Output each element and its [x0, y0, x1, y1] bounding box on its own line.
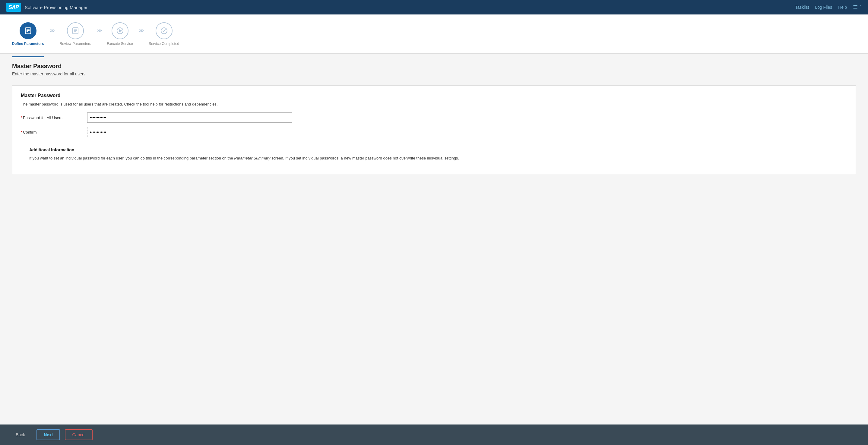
svg-marker-9 — [119, 29, 122, 32]
section-desc: The master password is used for all user… — [21, 102, 847, 106]
step-review-parameters[interactable]: Review Parameters — [59, 22, 91, 46]
back-button[interactable]: Back — [9, 429, 32, 440]
password-input[interactable] — [87, 113, 292, 123]
app-header: SAP Software Provisioning Manager Taskli… — [0, 0, 868, 14]
header-left: SAP Software Provisioning Manager — [6, 3, 88, 12]
additional-text-part2: screen. If you set individual passwords,… — [270, 156, 459, 160]
wizard-bar: Define Parameters »» Review Parameters »… — [0, 14, 868, 54]
confirm-label: *Confirm — [21, 130, 87, 134]
arrow-2: »» — [91, 27, 107, 33]
app-title: Software Provisioning Manager — [25, 5, 88, 10]
confirm-input[interactable] — [87, 127, 292, 137]
header-right: Tasklist Log Files Help ☰ ˅ — [795, 4, 862, 10]
step-label-execute: Execute Service — [107, 42, 133, 46]
page-title: Master Password — [12, 63, 856, 70]
additional-text-part1: If you want to set an individual passwor… — [29, 156, 234, 160]
wizard-steps: Define Parameters »» Review Parameters »… — [12, 22, 179, 46]
menu-icon[interactable]: ☰ ˅ — [853, 4, 862, 10]
arrow-3: »» — [133, 27, 149, 33]
next-button[interactable]: Next — [36, 429, 60, 440]
additional-info-title: Additional Information — [29, 148, 839, 152]
step-circle-completed — [156, 22, 173, 39]
additional-info-text: If you want to set an individual passwor… — [29, 155, 839, 161]
step-label-define: Define Parameters — [12, 42, 44, 46]
log-files-link[interactable]: Log Files — [815, 5, 832, 10]
section-title: Master Password — [21, 93, 847, 98]
footer: Back Next Cancel — [0, 424, 868, 445]
step-circle-define — [20, 22, 36, 39]
svg-rect-4 — [73, 28, 78, 34]
additional-info-section: Additional Information If you want to se… — [21, 141, 847, 167]
help-link[interactable]: Help — [838, 5, 847, 10]
step-label-review: Review Parameters — [59, 42, 91, 46]
password-required-star: * — [21, 116, 22, 120]
additional-text-italic: Parameter Summary — [234, 156, 270, 160]
step-execute-service[interactable]: Execute Service — [107, 22, 133, 46]
step-define-parameters[interactable]: Define Parameters — [12, 22, 44, 46]
main-content: Master Password Enter the master passwor… — [0, 54, 868, 424]
step-underline — [12, 56, 44, 57]
confirm-row: *Confirm — [21, 127, 847, 137]
step-circle-review — [67, 22, 84, 39]
password-row: *Password for All Users — [21, 113, 847, 123]
page-subtitle: Enter the master password for all users. — [12, 71, 856, 76]
confirm-required-star: * — [21, 130, 22, 134]
arrow-1: »» — [44, 27, 59, 33]
tasklist-link[interactable]: Tasklist — [795, 5, 809, 10]
password-label: *Password for All Users — [21, 116, 87, 120]
form-section: Master Password The master password is u… — [12, 85, 856, 175]
step-service-completed[interactable]: Service Completed — [149, 22, 179, 46]
step-circle-execute — [112, 22, 128, 39]
sap-logo: SAP — [6, 3, 21, 12]
step-label-completed: Service Completed — [149, 42, 179, 46]
cancel-button[interactable]: Cancel — [65, 429, 93, 440]
